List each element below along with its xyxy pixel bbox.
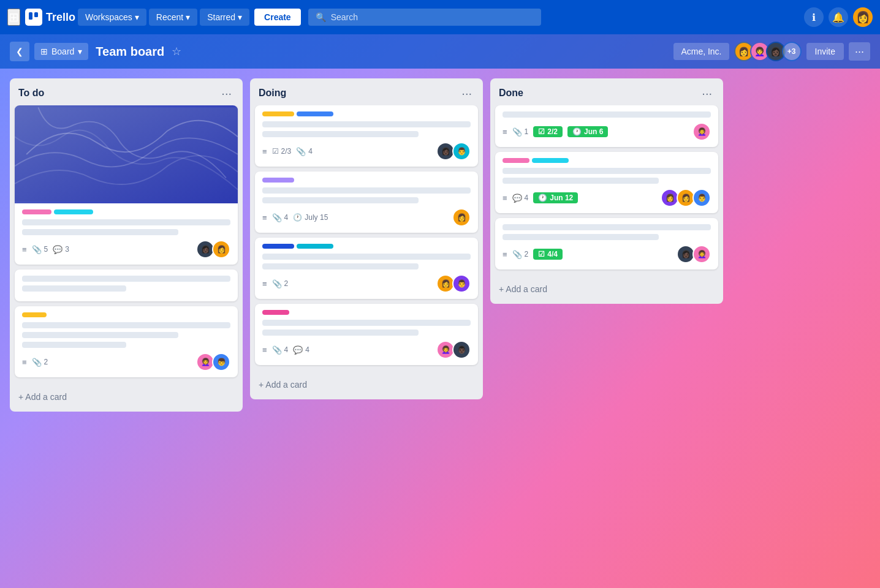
card-avatars: 👩‍🦱 [692,123,711,141]
list-doing-menu[interactable]: ··· [459,86,474,100]
add-card-button-doing[interactable]: + Add a card [255,375,478,394]
sidebar-toggle[interactable]: ❮ [10,42,29,61]
svg-rect-1 [34,12,38,17]
card-avatar-1: 👩‍🦱 [692,123,711,141]
label-purple-tag [262,178,294,183]
card-meta-comment: 💬 3 [53,245,69,254]
clock-icon: 🕐 [293,213,302,222]
checklist-icon: ☑ [272,147,279,156]
recent-button[interactable]: Recent ▾ [149,9,197,26]
card-meta-attach: 📎 2 [272,279,289,288]
clock-icon: 🕐 [572,127,582,136]
nav-right-actions: ℹ 🔔 👩 [804,7,873,27]
description-icon: ≡ [503,194,507,203]
list-todo-header: To do ··· [10,78,243,105]
search-input[interactable] [331,12,534,22]
card-labels [503,158,711,163]
description-icon: ≡ [503,127,507,137]
search-bar[interactable]: 🔍 [308,9,541,26]
card-meta-attach: 📎 1 [512,127,529,137]
card-avatar-2: 👦 [212,353,230,371]
grid-icon[interactable]: ⊞ [7,9,20,26]
comment-icon: 💬 [293,345,303,355]
date-badge: 🕐 Jun 6 [567,126,608,137]
info-button[interactable]: ℹ [804,7,824,27]
description-icon: ≡ [262,213,267,222]
card-footer: ≡ 📎 2 👩‍🦱 👦 [22,353,230,371]
card-doing-3[interactable]: ≡ 📎 2 👩 👨 [255,238,478,299]
starred-button[interactable]: Starred ▾ [200,9,249,26]
card-todo-3[interactable]: ≡ 📎 2 👩‍🦱 👦 [15,306,238,377]
board-title: Team board [96,45,164,59]
card-labels [262,178,471,183]
workspace-button[interactable]: Acme, Inc. [673,43,729,60]
check-icon: ☑ [538,250,545,258]
label-yellow-tag [262,111,294,116]
card-footer: ≡ 📎 4 🕐 July 15 👩 [262,208,471,227]
add-card-button-done[interactable]: + Add a card [495,279,718,299]
card-avatars: 👩 [452,208,471,227]
card-todo-2[interactable] [15,270,238,301]
card-meta-desc: ≡ [262,213,267,222]
card-avatars: 👩🏿 👨 [436,142,471,160]
more-options-button[interactable]: ··· [849,42,870,61]
card-labels [262,244,471,249]
user-avatar[interactable]: 👩 [853,7,873,27]
label-yellow [22,312,47,317]
card-text-line [22,342,126,348]
card-text-line [503,178,659,184]
card-avatar-2: 👩 [212,240,230,258]
card-text-line [262,254,471,260]
card-avatars: 👩‍🦱 👦 [196,353,230,371]
card-meta-desc: ≡ [503,127,507,137]
comment-icon: 💬 [53,245,63,254]
card-meta-comment: 💬 4 [512,194,529,203]
card-avatars: 👩🏿 👩‍🦱 [677,245,711,263]
card-text-line [503,111,711,118]
card-done-2-body: ≡ 💬 4 🕐 Jun 12 👩 [495,152,718,213]
list-doing: Doing ··· ≡ [250,78,483,399]
add-card-button-todo[interactable]: + Add a card [15,387,238,407]
list-todo-menu[interactable]: ··· [219,86,234,100]
list-todo: To do ··· [10,78,243,412]
invite-button[interactable]: Invite [806,43,844,60]
card-labels [22,209,230,214]
list-done-header: Done ··· [490,78,723,105]
label-pink-tag [503,158,529,163]
card-text-line [262,263,419,270]
card-doing-1[interactable]: ≡ ☑ 2/3 📎 4 👩🏿 [255,105,478,167]
checklist-badge: ☑ 2/2 [533,126,563,137]
trello-logo-box [25,9,42,26]
card-done-2[interactable]: ≡ 💬 4 🕐 Jun 12 👩 [495,152,718,213]
list-done-menu[interactable]: ··· [699,86,715,100]
card-footer: ≡ 📎 2 👩 👨 [262,274,471,293]
workspaces-button[interactable]: Workspaces ▾ [78,9,146,26]
card-avatars: 👩 👨 [436,274,471,293]
card-meta-comment: 💬 4 [293,345,309,355]
list-doing-cards: ≡ ☑ 2/3 📎 4 👩🏿 [250,105,483,370]
member-count-badge[interactable]: +3 [782,42,802,61]
card-done-1[interactable]: ≡ 📎 1 ☑ 2/2 🕐 Jun 6 [495,105,718,147]
card-doing-4[interactable]: ≡ 📎 4 💬 4 👩‍🦱 [255,304,478,365]
trello-logo[interactable]: Trello [25,9,75,26]
card-doing-3-body: ≡ 📎 2 👩 👨 [255,238,478,299]
list-done-cards: ≡ 📎 1 ☑ 2/2 🕐 Jun 6 [490,105,723,274]
notifications-button[interactable]: 🔔 [829,7,848,27]
star-button[interactable]: ☆ [172,45,181,58]
card-footer: ≡ 📎 5 💬 3 👩🏿 [22,240,230,258]
card-doing-2[interactable]: ≡ 📎 4 🕐 July 15 👩 [255,172,478,233]
card-done-3[interactable]: ≡ 📎 2 ☑ 4/4 👩🏿 [495,218,718,270]
board-view-button[interactable]: ⊞ Board ▾ [34,43,88,60]
card-avatar-2: 👨🏿 [452,341,471,359]
create-button[interactable]: Create [254,9,301,26]
attachment-icon: 📎 [272,213,282,222]
members-group: 👩 👩‍🦱 👩🏿 +3 [734,42,802,61]
card-meta-attach: 📎 4 [272,345,289,355]
svg-rect-2 [15,107,238,201]
svg-rect-0 [29,12,32,20]
list-doing-footer: + Add a card [250,370,483,399]
card-text-line [503,224,711,230]
card-meta-desc: ≡ [503,250,507,259]
card-todo-1[interactable]: ≡ 📎 5 💬 3 👩🏿 [15,105,238,265]
description-icon: ≡ [22,358,27,367]
